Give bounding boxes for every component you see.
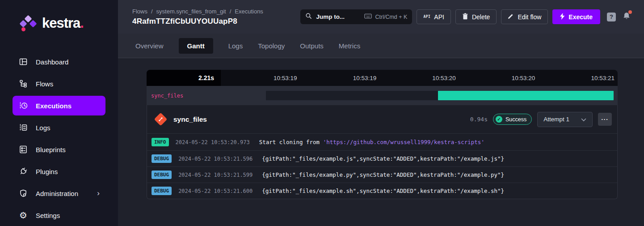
- search-shortcut: Ctrl/Cmd + K: [375, 14, 407, 20]
- execute-button[interactable]: Execute: [552, 9, 600, 24]
- breadcrumb-flows[interactable]: Flows: [132, 8, 147, 15]
- edit-flow-button[interactable]: Edit flow: [501, 9, 548, 24]
- attempt-dropdown[interactable]: Attempt 1: [537, 112, 593, 127]
- sidebar-item-settings[interactable]: ⚙ Settings: [13, 205, 105, 225]
- sidebar-item-administration[interactable]: Administration ›: [13, 183, 105, 203]
- tab-logs[interactable]: Logs: [228, 38, 243, 54]
- sidebar-item-logs[interactable]: Logs: [13, 118, 105, 137]
- timeline-tick: 10:53:20: [459, 70, 539, 86]
- keyboard-icon: [364, 13, 372, 20]
- log-link[interactable]: 'https://github.com/wrussell1999/kestra-…: [323, 139, 484, 145]
- log-message: {gitPath:"_files/example.sh",syncState:"…: [262, 188, 504, 194]
- sidebar-item-label: Logs: [36, 124, 51, 132]
- log-message: {gitPath:"_files/example.js",syncState:"…: [262, 155, 504, 162]
- content-area: 2.21s 10:53:19 10:53:19 10:53:20 10:53:2…: [118, 58, 644, 226]
- gantt-task-label[interactable]: sync_files: [151, 93, 183, 99]
- administration-icon: [18, 188, 28, 198]
- sidebar-item-label: Settings: [36, 212, 60, 219]
- chevron-right-icon: ›: [97, 189, 100, 198]
- check-circle-icon: ✓: [496, 116, 502, 123]
- sidebar-item-blueprints[interactable]: Blueprints: [13, 140, 105, 159]
- pencil-icon: [508, 13, 514, 21]
- sidebar-item-executions[interactable]: Executions: [13, 96, 105, 115]
- log-message: Start cloning from 'https://github.com/w…: [259, 139, 484, 145]
- log-level-badge: INFO: [152, 138, 169, 146]
- kestra-logo[interactable]: kestra.: [17, 13, 105, 33]
- lightning-icon: [560, 13, 565, 21]
- breadcrumb-separator: /: [151, 8, 153, 15]
- status-badge: ✓ Success: [493, 114, 532, 125]
- tab-outputs[interactable]: Outputs: [300, 38, 324, 54]
- notifications-bell-icon[interactable]: [622, 12, 631, 22]
- task-name: sync_files: [173, 115, 207, 124]
- trash-icon: [462, 13, 468, 21]
- search-icon: [305, 13, 312, 21]
- tab-metrics[interactable]: Metrics: [339, 38, 360, 54]
- jump-to-search[interactable]: Jump to... Ctrl/Cmd + K: [300, 9, 412, 24]
- sidebar-item-flows[interactable]: Flows: [13, 74, 105, 94]
- total-duration: 2.21s: [147, 70, 221, 86]
- sidebar: kestra. Dashboard Flows Executions Logs …: [0, 0, 118, 226]
- log-level-badge: DEBUG: [152, 187, 172, 195]
- log-timestamp: 2024-05-22 10:53:21.599: [178, 172, 253, 178]
- timeline-tick: 10:53:21: [538, 70, 618, 86]
- log-row: DEBUG 2024-05-22 10:53:21.600 {gitPath:"…: [147, 183, 617, 199]
- gantt-card: 2.21s 10:53:19 10:53:19 10:53:20 10:53:2…: [147, 70, 618, 199]
- timeline-tick: 10:53:19: [221, 70, 300, 86]
- log-message: {gitPath:"_files/example.py",syncState:"…: [262, 171, 504, 178]
- sidebar-item-label: Administration: [36, 190, 78, 197]
- kestra-logo-icon: [17, 13, 36, 33]
- top-header: Flows / system.sync_files_from_git / Exe…: [118, 0, 644, 34]
- sidebar-item-dashboard[interactable]: Dashboard: [13, 52, 105, 72]
- tab-gantt[interactable]: Gantt: [179, 38, 213, 54]
- log-timestamp: 2024-05-22 10:53:20.973: [176, 139, 250, 145]
- gantt-bar-created[interactable]: [266, 91, 438, 100]
- chevron-down-icon: [581, 115, 586, 124]
- gantt-bar-success[interactable]: [438, 91, 613, 100]
- kestra-logo-text: kestra.: [42, 15, 84, 31]
- search-placeholder: Jump to...: [316, 13, 345, 20]
- task-detail-panel: sync_files 0.94s ✓ Success Attempt 1: [147, 105, 618, 199]
- sidebar-item-label: Executions: [36, 102, 72, 110]
- breadcrumb-separator: /: [230, 8, 232, 15]
- log-row: DEBUG 2024-05-22 10:53:21.596 {gitPath:"…: [147, 150, 617, 166]
- log-level-badge: DEBUG: [152, 171, 172, 179]
- logs-icon: [18, 123, 28, 132]
- more-options-button[interactable]: ···: [598, 113, 612, 126]
- execution-tabs: Overview Gantt Logs Topology Outputs Met…: [118, 34, 644, 58]
- log-row: DEBUG 2024-05-22 10:53:21.599 {gitPath:"…: [147, 166, 617, 183]
- main-area: Flows / system.sync_files_from_git / Exe…: [118, 0, 644, 226]
- help-icon[interactable]: ?: [607, 13, 616, 21]
- breadcrumb-flow-id[interactable]: system.sync_files_from_git: [156, 8, 226, 15]
- log-row: INFO 2024-05-22 10:53:20.973 Start cloni…: [147, 133, 617, 150]
- log-timestamp: 2024-05-22 10:53:21.596: [178, 156, 253, 162]
- page-title: 4RafmTTZfiCbUUYOUUapP8: [132, 17, 263, 26]
- blueprints-icon: [18, 145, 28, 154]
- sidebar-item-label: Flows: [36, 80, 53, 88]
- task-duration: 0.94s: [470, 116, 488, 123]
- git-icon: [154, 113, 168, 126]
- settings-icon: ⚙: [18, 210, 28, 220]
- api-button[interactable]: API API: [417, 9, 451, 24]
- dashboard-icon: [18, 57, 28, 67]
- log-timestamp: 2024-05-22 10:53:21.600: [178, 188, 253, 194]
- executions-icon: [18, 101, 28, 111]
- sidebar-item-plugins[interactable]: Plugins: [13, 162, 105, 181]
- api-icon: API: [423, 15, 430, 19]
- task-header: sync_files 0.94s ✓ Success Attempt 1: [147, 105, 617, 133]
- sidebar-item-label: Blueprints: [36, 146, 66, 154]
- flows-icon: [18, 79, 28, 89]
- tab-topology[interactable]: Topology: [258, 38, 285, 54]
- gantt-task-row[interactable]: sync_files: [147, 86, 618, 105]
- log-level-badge: DEBUG: [152, 154, 172, 163]
- sidebar-item-label: Plugins: [36, 168, 58, 175]
- timeline-tick: 10:53:19: [300, 70, 380, 86]
- timeline-tick: 10:53:20: [379, 70, 459, 86]
- notification-dot: [628, 10, 632, 14]
- sidebar-item-label: Dashboard: [36, 58, 68, 66]
- tab-overview[interactable]: Overview: [135, 38, 164, 54]
- delete-button[interactable]: Delete: [455, 9, 497, 24]
- breadcrumb-executions[interactable]: Executions: [235, 8, 263, 15]
- gantt-timeline-header: 2.21s 10:53:19 10:53:19 10:53:20 10:53:2…: [147, 70, 618, 86]
- plugins-icon: [18, 166, 28, 176]
